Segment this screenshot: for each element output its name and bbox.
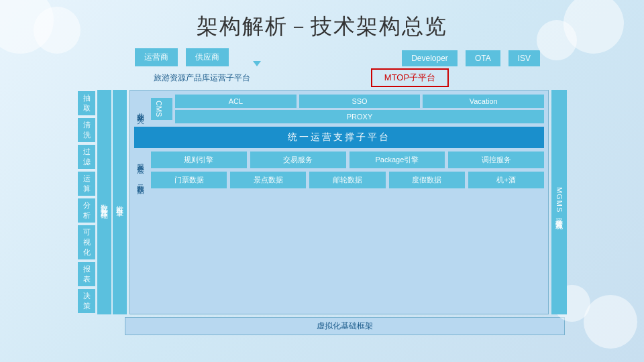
label-chuqu: 抽取 xyxy=(78,91,95,115)
meta-jiajiu: 机+酒 xyxy=(468,172,544,188)
top-box-developer: Developer xyxy=(402,50,458,66)
subtitle-left: 旅游资源产品库运营子平台 xyxy=(135,72,269,84)
bottom-label: 虚拟化基础框架 xyxy=(125,317,565,335)
label-juece: 决策 xyxy=(78,289,95,313)
vacation-box: Vacation xyxy=(423,95,544,108)
meta-dujia: 度假数据 xyxy=(389,172,465,188)
service-tiaokong: 调控服务 xyxy=(448,152,544,168)
label-qingxi: 清洗 xyxy=(78,118,95,142)
service-guize: 规则引擎 xyxy=(151,152,247,168)
vert-label-right: MGMS平台运营系统 xyxy=(551,90,567,314)
sso-box: SSO xyxy=(299,95,421,108)
subtitle-right: MTOP子平台 xyxy=(371,68,449,87)
meta-menpiao: 门票数据 xyxy=(151,172,227,188)
top-box-ota: OTA xyxy=(466,50,500,66)
vert-label-data: 数据运营基础 xyxy=(97,90,111,314)
top-box-gongying: 供应商 xyxy=(186,48,229,66)
vert-label-recommend: 推荐引擎 xyxy=(113,90,127,314)
proxy-box: PROXY xyxy=(175,110,544,123)
acl-box: ACL xyxy=(175,95,297,108)
main-diagram-box: 业务网关 CMS ACL SSO Vacation PROXY xyxy=(129,90,549,314)
unified-box: 统一运营支撑子平台 xyxy=(134,127,544,148)
section-meta: 元数据 xyxy=(134,176,148,185)
service-package: Package引擎 xyxy=(350,152,445,168)
label-yunsuan: 运算 xyxy=(78,172,95,196)
arrow-down-left xyxy=(253,61,261,66)
section-service: 服务层 xyxy=(134,156,148,165)
section-bizgate: 业务网关 xyxy=(134,95,148,123)
service-jiaoyi: 交易服务 xyxy=(250,152,346,168)
deco-circle-4 xyxy=(537,20,577,60)
label-fenxi: 分析 xyxy=(78,198,95,223)
meta-jingdian: 景点数据 xyxy=(230,172,306,188)
label-baobiao: 报表 xyxy=(78,262,95,286)
top-box-isv: ISV xyxy=(508,50,540,66)
top-box-yunying: 运营商 xyxy=(135,48,178,66)
deco-circle-5 xyxy=(584,295,637,349)
label-guolv: 过滤 xyxy=(78,145,95,169)
meta-youlun: 邮轮数据 xyxy=(309,172,385,188)
deco-circle-2 xyxy=(34,7,80,54)
cms-box: CMS xyxy=(151,98,172,119)
label-keshihua: 可视化 xyxy=(78,225,95,259)
